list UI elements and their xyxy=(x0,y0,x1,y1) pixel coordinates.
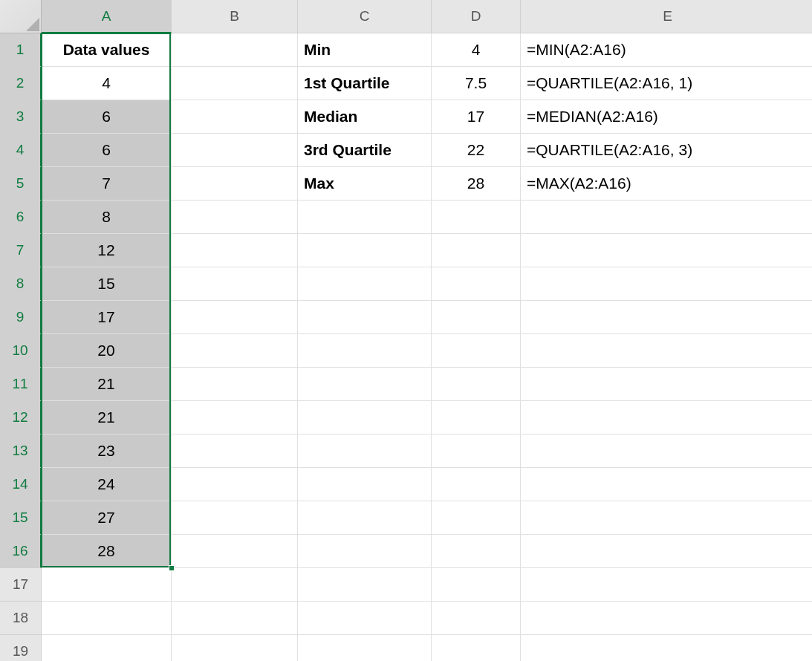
cell-E17[interactable] xyxy=(521,568,812,602)
column-header-A[interactable]: A xyxy=(42,0,172,33)
cell-B2[interactable] xyxy=(172,67,298,100)
cell-data-value[interactable]: 12 xyxy=(42,234,172,267)
cell-C17[interactable] xyxy=(298,568,432,602)
row-header-4[interactable]: 4 xyxy=(0,134,42,167)
cell-data-value[interactable]: 17 xyxy=(42,301,172,334)
cell-header-label[interactable]: Data values xyxy=(42,33,172,67)
row-header-13[interactable]: 13 xyxy=(0,434,42,468)
cell-B5[interactable] xyxy=(172,167,298,201)
cell-D11[interactable] xyxy=(432,368,521,401)
cell-D19[interactable] xyxy=(432,635,521,661)
selection-fill-handle[interactable] xyxy=(169,565,175,571)
row-header-11[interactable]: 11 xyxy=(0,368,42,401)
cell-data-value[interactable]: 27 xyxy=(42,501,172,535)
cell-stat-formula[interactable]: =QUARTILE(A2:A16, 3) xyxy=(521,134,812,167)
select-all-corner[interactable] xyxy=(0,0,42,33)
cell-C19[interactable] xyxy=(298,635,432,661)
cell-stat-label[interactable]: 3rd Quartile xyxy=(298,134,432,167)
cell-data-value[interactable]: 28 xyxy=(42,535,172,568)
cell-data-value[interactable]: 7 xyxy=(42,167,172,201)
row-header-12[interactable]: 12 xyxy=(0,401,42,434)
cell-B4[interactable] xyxy=(172,134,298,167)
row-header-15[interactable]: 15 xyxy=(0,501,42,535)
cell-D14[interactable] xyxy=(432,468,521,501)
cell-E10[interactable] xyxy=(521,334,812,368)
cell-B15[interactable] xyxy=(172,501,298,535)
spreadsheet-grid[interactable]: ABCDE1Data valuesMin4=MIN(A2:A16)241st Q… xyxy=(0,0,812,661)
cell-C18[interactable] xyxy=(298,602,432,635)
row-header-9[interactable]: 9 xyxy=(0,301,42,334)
cell-C12[interactable] xyxy=(298,401,432,434)
cell-stat-formula[interactable]: =MIN(A2:A16) xyxy=(521,33,812,67)
cell-B9[interactable] xyxy=(172,301,298,334)
cell-C13[interactable] xyxy=(298,434,432,468)
column-header-E[interactable]: E xyxy=(521,0,812,33)
cell-B1[interactable] xyxy=(172,33,298,67)
cell-B10[interactable] xyxy=(172,334,298,368)
cell-stat-value[interactable]: 4 xyxy=(432,33,521,67)
cell-B19[interactable] xyxy=(172,635,298,661)
cell-stat-value[interactable]: 22 xyxy=(432,134,521,167)
cell-E11[interactable] xyxy=(521,368,812,401)
cell-E19[interactable] xyxy=(521,635,812,661)
row-header-18[interactable]: 18 xyxy=(0,602,42,635)
cell-E6[interactable] xyxy=(521,201,812,234)
cell-B6[interactable] xyxy=(172,201,298,234)
cell-stat-value[interactable]: 17 xyxy=(432,100,521,134)
cell-stat-label[interactable]: Median xyxy=(298,100,432,134)
cell-B17[interactable] xyxy=(172,568,298,602)
row-header-16[interactable]: 16 xyxy=(0,535,42,568)
row-header-10[interactable]: 10 xyxy=(0,334,42,368)
row-header-8[interactable]: 8 xyxy=(0,267,42,301)
cell-C10[interactable] xyxy=(298,334,432,368)
cell-stat-formula[interactable]: =MEDIAN(A2:A16) xyxy=(521,100,812,134)
cell-C14[interactable] xyxy=(298,468,432,501)
cell-stat-label[interactable]: Max xyxy=(298,167,432,201)
cell-B12[interactable] xyxy=(172,401,298,434)
cell-data-value[interactable]: 21 xyxy=(42,401,172,434)
row-header-3[interactable]: 3 xyxy=(0,100,42,134)
cell-C15[interactable] xyxy=(298,501,432,535)
cell-C9[interactable] xyxy=(298,301,432,334)
cell-B18[interactable] xyxy=(172,602,298,635)
cell-C11[interactable] xyxy=(298,368,432,401)
cell-data-value[interactable]: 6 xyxy=(42,100,172,134)
cell-D15[interactable] xyxy=(432,501,521,535)
cell-stat-value[interactable]: 28 xyxy=(432,167,521,201)
row-header-14[interactable]: 14 xyxy=(0,468,42,501)
cell-D13[interactable] xyxy=(432,434,521,468)
cell-B11[interactable] xyxy=(172,368,298,401)
cell-data-value[interactable]: 4 xyxy=(42,67,172,100)
cell-D7[interactable] xyxy=(432,234,521,267)
row-header-6[interactable]: 6 xyxy=(0,201,42,234)
cell-E14[interactable] xyxy=(521,468,812,501)
column-header-C[interactable]: C xyxy=(298,0,432,33)
cell-data-value[interactable]: 24 xyxy=(42,468,172,501)
cell-E7[interactable] xyxy=(521,234,812,267)
cell-data-value[interactable]: 23 xyxy=(42,434,172,468)
cell-A17[interactable] xyxy=(42,568,172,602)
cell-E13[interactable] xyxy=(521,434,812,468)
cell-E15[interactable] xyxy=(521,501,812,535)
cell-B13[interactable] xyxy=(172,434,298,468)
cell-C16[interactable] xyxy=(298,535,432,568)
cell-stat-label[interactable]: Min xyxy=(298,33,432,67)
cell-C7[interactable] xyxy=(298,234,432,267)
cell-B7[interactable] xyxy=(172,234,298,267)
row-header-1[interactable]: 1 xyxy=(0,33,42,67)
row-header-19[interactable]: 19 xyxy=(0,635,42,661)
cell-E16[interactable] xyxy=(521,535,812,568)
cell-data-value[interactable]: 8 xyxy=(42,201,172,234)
cell-E18[interactable] xyxy=(521,602,812,635)
cell-C8[interactable] xyxy=(298,267,432,301)
cell-D18[interactable] xyxy=(432,602,521,635)
row-header-17[interactable]: 17 xyxy=(0,568,42,602)
cell-D16[interactable] xyxy=(432,535,521,568)
cell-stat-label[interactable]: 1st Quartile xyxy=(298,67,432,100)
cell-B14[interactable] xyxy=(172,468,298,501)
cell-E12[interactable] xyxy=(521,401,812,434)
column-header-D[interactable]: D xyxy=(432,0,521,33)
cell-D9[interactable] xyxy=(432,301,521,334)
cell-D6[interactable] xyxy=(432,201,521,234)
cell-data-value[interactable]: 15 xyxy=(42,267,172,301)
